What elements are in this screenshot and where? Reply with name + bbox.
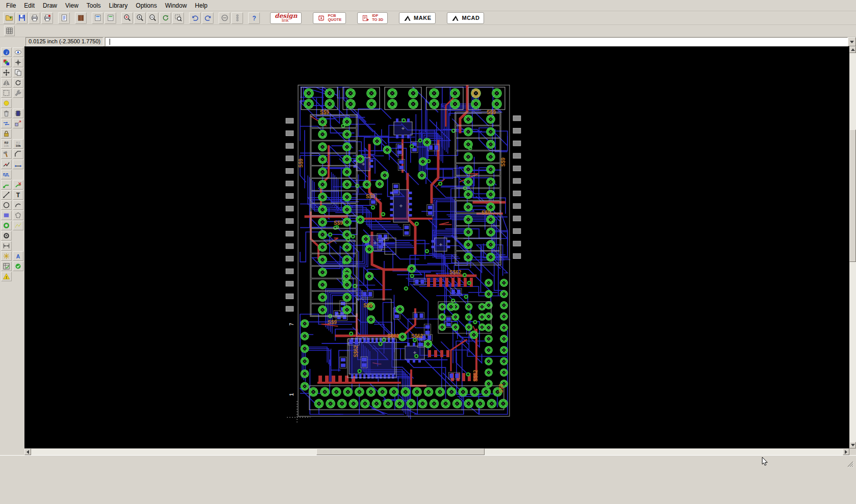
horizontal-scrollbar[interactable] [24, 448, 849, 455]
tool-route[interactable] [1, 180, 12, 190]
zoom-redraw-button[interactable] [159, 12, 171, 24]
svg-text:T: T [16, 192, 20, 199]
tool-smash[interactable] [1, 149, 12, 159]
mcad-button[interactable]: MCAD [447, 12, 484, 24]
tool-lock[interactable] [1, 129, 12, 139]
scroll-down-button[interactable] [849, 442, 856, 448]
tool-change[interactable] [13, 88, 23, 98]
stop-button[interactable] [219, 12, 230, 24]
tool-dimension[interactable] [1, 241, 12, 251]
tool-meander[interactable] [1, 170, 12, 179]
svg-text:?: ? [252, 15, 256, 22]
vertical-scrollbar[interactable] [849, 46, 856, 448]
menu-file[interactable]: File [2, 1, 20, 11]
zoom-in-button[interactable] [134, 12, 146, 24]
vertical-scroll-track[interactable] [849, 53, 856, 442]
ripup-icon [14, 181, 22, 189]
tool-delete[interactable] [1, 109, 12, 118]
undo-button[interactable] [189, 12, 201, 24]
menu-window[interactable]: Window [161, 1, 191, 11]
tool-rect[interactable] [1, 210, 12, 220]
menu-view[interactable]: View [61, 1, 83, 11]
scroll-right-button[interactable] [843, 448, 849, 455]
tool-show[interactable] [13, 47, 23, 57]
cam-processor-button[interactable] [41, 12, 53, 24]
pcb-canvas[interactable]: S$9S$9S$9S$9S$9S$9S$9S$9S$9S$9S$62S$62S$… [24, 46, 849, 448]
tool-via[interactable] [1, 221, 12, 230]
tool-split[interactable] [1, 160, 12, 169]
tool-circle[interactable] [1, 200, 12, 210]
tool-display-layers[interactable] [1, 58, 12, 67]
redo-button[interactable] [202, 12, 213, 24]
make-label: MAKE [414, 15, 431, 21]
tool-auto[interactable]: A [13, 251, 23, 261]
zoom-out-button[interactable] [147, 12, 158, 24]
tool-errors[interactable] [13, 261, 23, 271]
menu-draw[interactable]: Draw [39, 1, 61, 11]
tool-miter[interactable] [13, 149, 23, 159]
tool-drc[interactable] [1, 261, 12, 271]
wire-icon [3, 191, 10, 199]
run-script-button[interactable] [58, 12, 70, 24]
pcb-quote-button[interactable]: PCB QUOTE [313, 12, 346, 24]
design-link-button[interactable]: design link [270, 12, 302, 24]
tool-warning[interactable]: ! [1, 272, 12, 281]
tool-move[interactable] [1, 68, 12, 77]
command-input[interactable] [105, 37, 848, 46]
tool-mirror[interactable] [1, 78, 12, 88]
tool-optimize[interactable] [13, 160, 23, 169]
make-button[interactable]: MAKE [399, 12, 436, 24]
menu-tools[interactable]: Tools [83, 1, 105, 11]
tool-hole[interactable] [1, 231, 12, 241]
tool-copy[interactable] [13, 68, 23, 77]
tool-signal[interactable] [13, 221, 23, 230]
horizontal-scroll-thumb[interactable] [316, 448, 485, 455]
cam-icon [43, 14, 51, 22]
tool-add[interactable] [13, 109, 23, 118]
tool-ripup[interactable] [13, 180, 23, 190]
tool-rotate[interactable] [13, 78, 23, 88]
undo-icon [191, 14, 199, 22]
grid-button[interactable] [4, 25, 15, 36]
save-button[interactable] [16, 12, 28, 24]
menu-edit[interactable]: Edit [20, 1, 39, 11]
tool-arc[interactable] [13, 200, 23, 210]
tool-pinswap[interactable] [1, 119, 12, 128]
idf-to-3d-button[interactable]: IDF TO 3D [357, 12, 388, 24]
zoom-fit-button[interactable] [121, 12, 133, 24]
tool-polygon[interactable] [13, 210, 23, 220]
tool-wire[interactable] [1, 190, 12, 200]
pcb-layout-drawing: S$9S$9S$9S$9S$9S$9S$9S$9S$9S$9S$62S$62S$… [24, 46, 849, 448]
zoom-select-button[interactable] [172, 12, 184, 24]
sheet-a-button[interactable] [92, 12, 103, 24]
tool-name[interactable]: R210k [1, 139, 12, 149]
value-icon: R210k [14, 140, 22, 148]
menu-options[interactable]: Options [132, 1, 161, 11]
go-button[interactable] [231, 12, 243, 24]
circle-icon [3, 201, 10, 209]
horizontal-scroll-track[interactable] [31, 448, 843, 455]
name-icon: R210k [3, 140, 10, 148]
print-button[interactable] [29, 12, 40, 24]
scroll-left-button[interactable] [24, 448, 31, 455]
resize-grip[interactable] [845, 459, 853, 467]
help-button[interactable]: ? [248, 12, 260, 24]
tool-info[interactable]: i [1, 47, 12, 57]
tool-replace[interactable] [13, 119, 23, 128]
tool-value[interactable]: R210k [13, 139, 23, 149]
tool-text[interactable]: T [13, 190, 23, 200]
svg-text:S$9: S$9 [363, 303, 372, 308]
command-history-dropdown[interactable] [848, 37, 856, 46]
sheet-b-button[interactable] [104, 12, 116, 24]
open-button[interactable] [3, 12, 15, 24]
tool-group[interactable] [1, 88, 12, 98]
menu-help[interactable]: Help [191, 1, 212, 11]
tool-mark[interactable] [13, 58, 23, 67]
menu-bar: File Edit Draw View Tools Library Option… [0, 0, 856, 11]
menu-library[interactable]: Library [105, 1, 132, 11]
tool-ratsnest[interactable] [1, 251, 12, 261]
scroll-up-button[interactable] [849, 46, 856, 53]
vertical-scroll-thumb[interactable] [849, 129, 856, 262]
tool-paste[interactable] [1, 98, 12, 108]
library-button[interactable] [75, 12, 87, 24]
